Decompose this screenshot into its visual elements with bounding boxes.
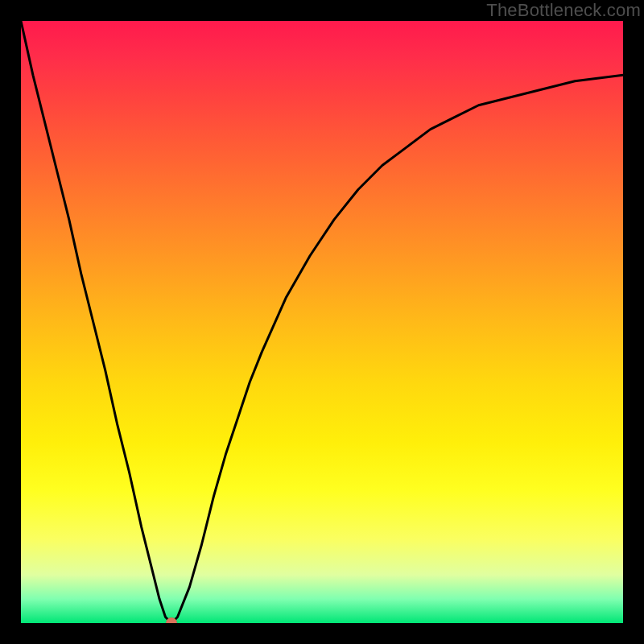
optimum-marker xyxy=(166,617,177,623)
plot-area xyxy=(21,21,623,623)
attribution-text: TheBottleneck.com xyxy=(486,0,641,21)
curve-path xyxy=(21,21,623,623)
chart-frame: TheBottleneck.com xyxy=(0,0,644,644)
bottleneck-curve xyxy=(21,21,623,623)
